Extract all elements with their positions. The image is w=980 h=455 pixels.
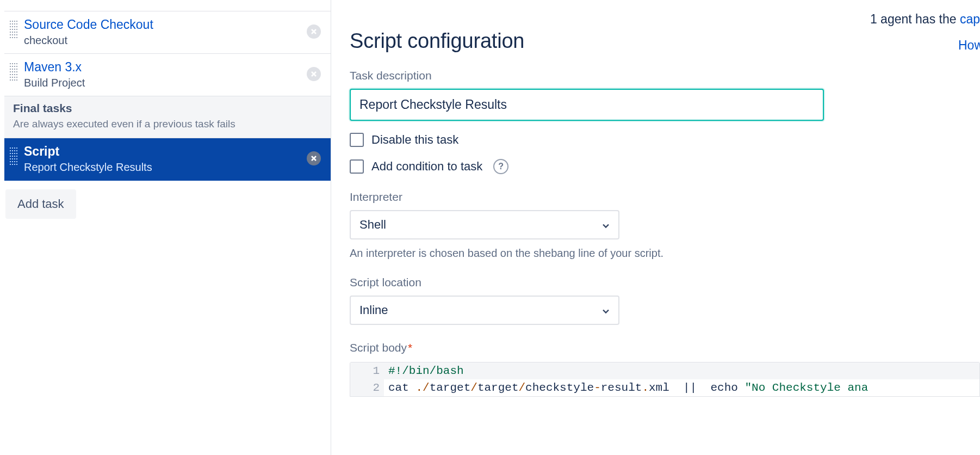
task-text: Source Code Checkout checkout: [24, 17, 302, 47]
remove-task-button[interactable]: [307, 151, 321, 165]
script-location-value: Inline: [359, 303, 388, 317]
script-location-select[interactable]: Inline: [350, 296, 619, 325]
label-script-body: Script body*: [350, 341, 980, 354]
final-tasks-title: Final tasks: [13, 102, 321, 115]
task-title[interactable]: Script: [24, 144, 302, 160]
task-item-script-selected[interactable]: Script Report Checkstyle Results: [4, 138, 331, 181]
drag-handle-icon[interactable]: [10, 17, 18, 42]
label-script-location: Script location: [350, 276, 980, 289]
help-icon[interactable]: ?: [493, 159, 508, 174]
chevron-down-icon: [601, 220, 611, 230]
interpreter-hint: An interpreter is chosen based on the sh…: [350, 247, 980, 260]
disable-task-label: Disable this task: [371, 133, 458, 147]
task-description-input[interactable]: [350, 89, 824, 121]
task-text: Script Report Checkstyle Results: [24, 144, 302, 174]
page-title: Script configuration: [350, 29, 524, 53]
main-panel: 1 agent has the cap Script configuration…: [331, 0, 980, 455]
interpreter-select[interactable]: Shell: [350, 210, 619, 239]
add-task-button[interactable]: Add task: [5, 189, 76, 219]
remove-task-button[interactable]: [307, 24, 321, 39]
task-subtitle: Report Checkstyle Results: [24, 161, 302, 174]
drag-handle-icon[interactable]: [10, 59, 18, 84]
code-line-2: cat ./target/target/checkstyle-result.xm…: [384, 379, 979, 396]
task-title[interactable]: Source Code Checkout: [24, 17, 302, 33]
line-number: 1: [350, 362, 384, 379]
final-tasks-header: Final tasks Are always executed even if …: [4, 96, 331, 138]
drag-handle-icon[interactable]: [10, 144, 18, 169]
chevron-down-icon: [601, 305, 611, 315]
final-tasks-subtitle: Are always executed even if a previous t…: [13, 118, 321, 130]
task-title[interactable]: Maven 3.x: [24, 59, 302, 76]
add-condition-label: Add condition to task: [371, 159, 482, 174]
remove-task-button[interactable]: [307, 67, 321, 81]
task-subtitle: checkout: [24, 34, 302, 47]
interpreter-value: Shell: [359, 218, 386, 231]
task-text: Maven 3.x Build Project: [24, 59, 302, 89]
task-list: Source Code Checkout checkout Maven 3.x …: [0, 11, 331, 181]
add-condition-checkbox[interactable]: [350, 159, 364, 174]
disable-task-checkbox[interactable]: [350, 133, 364, 147]
task-sidebar: Source Code Checkout checkout Maven 3.x …: [0, 0, 331, 455]
task-subtitle: Build Project: [24, 77, 302, 89]
close-icon: [311, 71, 317, 77]
agent-capability-note: 1 agent has the cap: [870, 12, 980, 27]
task-item-maven[interactable]: Maven 3.x Build Project: [4, 54, 331, 96]
close-icon: [311, 28, 317, 35]
task-item-source-checkout[interactable]: Source Code Checkout checkout: [4, 11, 331, 54]
add-task-wrap: Add task: [0, 181, 331, 219]
close-icon: [311, 155, 317, 162]
script-body-editor[interactable]: 1 #!/bin/bash 2 cat ./target/target/chec…: [350, 362, 980, 397]
code-line-1: #!/bin/bash: [388, 365, 464, 377]
label-interpreter: Interpreter: [350, 190, 980, 204]
line-number: 2: [350, 379, 384, 396]
agent-capability-link[interactable]: cap: [960, 12, 980, 26]
how-link[interactable]: How: [958, 38, 980, 53]
label-task-description: Task description: [350, 69, 980, 82]
agent-note-text: 1 agent has the: [870, 12, 960, 26]
required-asterisk: *: [408, 341, 412, 354]
